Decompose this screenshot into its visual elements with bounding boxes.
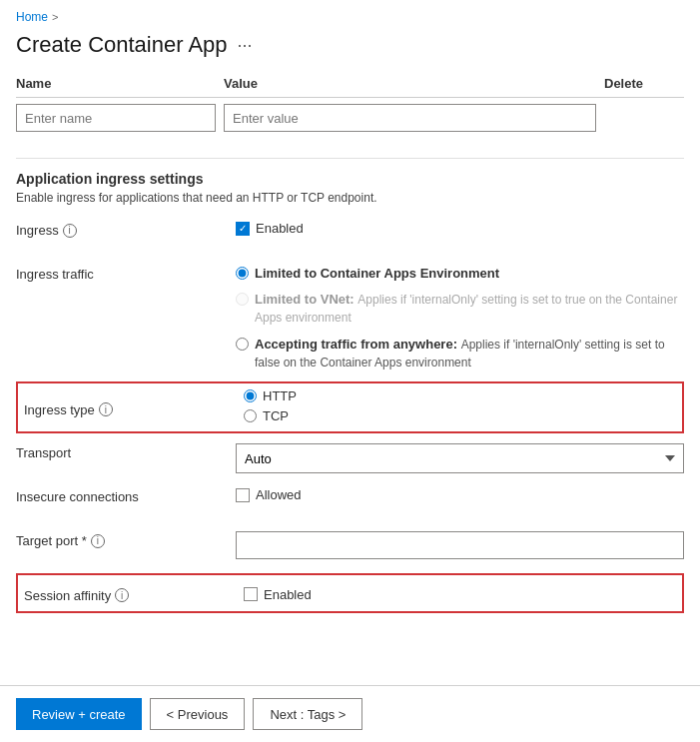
ingress-control: Enabled — [236, 219, 684, 236]
transport-select[interactable]: Auto HTTP/1 HTTP/2 gRPC — [236, 443, 684, 473]
name-value-table: Name Value Delete — [16, 70, 684, 138]
ingress-type-tcp-row: TCP — [244, 407, 676, 425]
ingress-traffic-control: Limited to Container Apps Environment Li… — [236, 263, 684, 373]
session-affinity-highlighted-row: Session affinity i Enabled — [16, 573, 684, 613]
previous-button[interactable]: < Previous — [150, 698, 246, 730]
traffic-option2-label: Limited to VNet: Applies if 'internalOnl… — [255, 291, 684, 327]
col-delete: Delete — [604, 76, 684, 91]
target-port-info-icon[interactable]: i — [91, 534, 105, 548]
ingress-enabled-checkbox[interactable] — [236, 222, 250, 236]
ingress-type-control: HTTP TCP — [244, 387, 676, 427]
traffic-option3-row: Accepting traffic from anywhere: Applies… — [236, 336, 684, 371]
section-divider-1 — [16, 158, 684, 159]
insecure-connections-row: Insecure connections Allowed — [16, 485, 684, 521]
session-affinity-enabled-label: Enabled — [264, 587, 312, 602]
ingress-enabled-row: Enabled — [236, 221, 304, 236]
session-affinity-control: Enabled — [244, 585, 676, 602]
ingress-section-title: Application ingress settings — [16, 171, 684, 187]
session-affinity-info-icon[interactable]: i — [115, 588, 129, 602]
insecure-allowed-row: Allowed — [236, 487, 302, 502]
ingress-settings-section: Application ingress settings Enable ingr… — [16, 171, 684, 613]
ingress-type-http-radio[interactable] — [244, 389, 257, 402]
page-title-container: Create Container App ··· — [0, 28, 700, 70]
more-options-button[interactable]: ··· — [238, 35, 253, 56]
ingress-traffic-label: Ingress traffic — [16, 263, 236, 282]
insecure-connections-label: Insecure connections — [16, 485, 236, 504]
ingress-type-tcp-label: TCP — [263, 407, 289, 425]
col-value: Value — [224, 76, 596, 91]
insecure-allowed-label: Allowed — [256, 487, 302, 502]
ingress-type-info-icon[interactable]: i — [99, 402, 113, 416]
ingress-traffic-row: Ingress traffic Limited to Container App… — [16, 263, 684, 373]
insecure-connections-control: Allowed — [236, 485, 684, 502]
ingress-info-icon[interactable]: i — [63, 224, 77, 238]
ingress-type-highlighted-row: Ingress type i HTTP TCP — [16, 381, 684, 433]
next-button[interactable]: Next : Tags > — [253, 698, 362, 730]
page-title: Create Container App — [16, 32, 228, 58]
breadcrumb-home[interactable]: Home — [16, 10, 48, 24]
table-header: Name Value Delete — [16, 70, 684, 98]
insecure-allowed-checkbox[interactable] — [236, 488, 250, 502]
ingress-type-http-label: HTTP — [263, 387, 297, 405]
value-input[interactable] — [224, 104, 596, 132]
traffic-option1-row: Limited to Container Apps Environment — [236, 265, 499, 283]
name-input[interactable] — [16, 104, 216, 132]
ingress-type-label: Ingress type i — [24, 398, 244, 417]
transport-label: Transport — [16, 441, 236, 460]
target-port-label: Target port * i — [16, 529, 236, 548]
traffic-option1-radio[interactable] — [236, 267, 249, 280]
ingress-enabled-label: Enabled — [256, 221, 304, 236]
session-affinity-label: Session affinity i — [24, 584, 244, 603]
traffic-option1-label: Limited to Container Apps Environment — [255, 265, 499, 283]
table-input-row — [16, 98, 684, 138]
footer: Review + create < Previous Next : Tags > — [0, 685, 700, 742]
col-name: Name — [16, 76, 216, 91]
target-port-control: 80 — [236, 529, 684, 559]
ingress-row: Ingress i Enabled — [16, 219, 684, 255]
ingress-section-desc: Enable ingress for applications that nee… — [16, 191, 684, 205]
traffic-option3-label: Accepting traffic from anywhere: Applies… — [255, 336, 684, 371]
breadcrumb: Home > — [0, 0, 700, 28]
session-affinity-enabled-row: Enabled — [244, 587, 312, 602]
traffic-option2-radio[interactable] — [236, 293, 249, 306]
review-create-button[interactable]: Review + create — [16, 698, 142, 730]
ingress-type-http-row: HTTP — [244, 387, 676, 405]
breadcrumb-separator: > — [52, 11, 58, 23]
traffic-option2-row: Limited to VNet: Applies if 'internalOnl… — [236, 291, 684, 327]
ingress-label: Ingress i — [16, 219, 236, 238]
target-port-input[interactable]: 80 — [236, 531, 684, 559]
traffic-option3-radio[interactable] — [236, 338, 249, 351]
session-affinity-checkbox[interactable] — [244, 587, 258, 601]
transport-row: Transport Auto HTTP/1 HTTP/2 gRPC — [16, 441, 684, 477]
target-port-row: Target port * i 80 — [16, 529, 684, 565]
transport-control: Auto HTTP/1 HTTP/2 gRPC — [236, 441, 684, 473]
ingress-type-tcp-radio[interactable] — [244, 409, 257, 422]
